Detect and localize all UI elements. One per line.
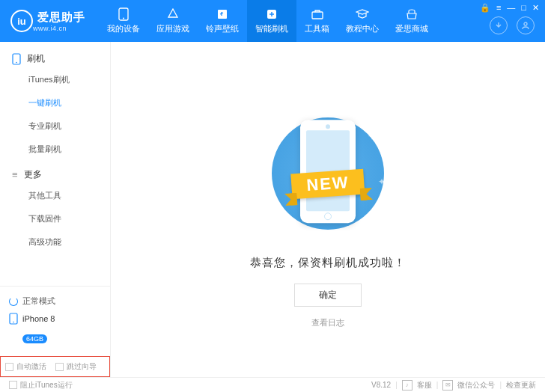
sidebar: 刷机 iTunes刷机 一键刷机 专业刷机 批量刷机 ≡ 更多 其他工具 下载固… <box>0 42 111 377</box>
sidebar-item-other-tools[interactable]: 其他工具 <box>0 184 110 207</box>
wechat-icon: ✉ <box>442 380 453 391</box>
nav-apps[interactable]: 应用游戏 <box>148 0 198 42</box>
device-status: 正常模式 <box>9 293 101 310</box>
footer: 阻止iTunes运行 V8.12 | ♪ 客服 | ✉ 微信公众号 | 检查更新 <box>0 377 545 392</box>
toolbox-icon <box>311 7 324 21</box>
close-icon[interactable]: ✕ <box>532 3 539 13</box>
nav-tutorial[interactable]: 教程中心 <box>338 0 387 42</box>
sidebar-item-oneclick-flash[interactable]: 一键刷机 <box>0 91 110 114</box>
sidebar-item-download-fw[interactable]: 下载固件 <box>0 207 110 230</box>
svg-rect-4 <box>312 12 323 19</box>
nav-flash[interactable]: 智能刷机 <box>247 0 296 42</box>
app-name: 爱思助手 <box>37 10 85 25</box>
logo-area: iu 爱思助手 www.i4.cn <box>0 10 99 32</box>
nav-media[interactable]: 铃声壁纸 <box>198 0 247 42</box>
maximize-icon[interactable]: □ <box>521 3 526 13</box>
device-info: iPhone 8 <box>9 310 101 328</box>
support-icon: ♪ <box>402 380 412 391</box>
sidebar-item-advanced[interactable]: 高级功能 <box>0 230 110 254</box>
music-icon <box>216 7 229 21</box>
phone-icon <box>12 53 21 65</box>
nav-my-device[interactable]: 我的设备 <box>99 0 148 42</box>
app-header: iu 爱思助手 www.i4.cn 我的设备 应用游戏 铃声壁纸 智能刷机 工具… <box>0 0 545 42</box>
auto-activate-checkbox[interactable]: 自动激活 <box>5 361 46 372</box>
device-name: iPhone 8 <box>22 314 55 323</box>
nav-toolbox[interactable]: 工具箱 <box>296 0 338 42</box>
svg-point-9 <box>13 322 14 323</box>
phone-icon <box>117 7 130 21</box>
svg-point-5 <box>524 22 527 25</box>
view-log-link[interactable]: 查看日志 <box>311 317 344 328</box>
success-message: 恭喜您，保资料刷机成功啦！ <box>250 256 406 270</box>
user-button[interactable] <box>517 16 535 34</box>
spinner-icon <box>9 297 18 306</box>
menu-icon[interactable]: ≡ <box>496 3 501 13</box>
stop-itunes-checkbox[interactable]: 阻止iTunes运行 <box>9 380 73 391</box>
sidebar-item-itunes-flash[interactable]: iTunes刷机 <box>0 68 110 91</box>
support-link[interactable]: 客服 <box>417 380 432 391</box>
main-content: ✦✦✦✦ NEW 恭喜您，保资料刷机成功啦！ 确定 查看日志 <box>111 42 545 377</box>
confirm-button[interactable]: 确定 <box>294 284 362 307</box>
update-link[interactable]: 检查更新 <box>506 380 536 391</box>
version-label: V8.12 <box>371 381 391 389</box>
svg-rect-2 <box>218 10 227 19</box>
options-row: 自动激活 跳过向导 <box>0 356 110 377</box>
apps-icon <box>166 7 180 21</box>
sidebar-section-more: ≡ 更多 <box>0 165 110 184</box>
flash-icon <box>265 7 278 21</box>
window-controls: 🔒 ≡ — □ ✕ <box>480 3 539 13</box>
list-icon: ≡ <box>12 169 18 180</box>
svg-point-1 <box>123 18 124 19</box>
main-nav: 我的设备 应用游戏 铃声壁纸 智能刷机 工具箱 教程中心 爱思商城 <box>99 0 436 42</box>
success-illustration: ✦✦✦✦ NEW <box>249 106 407 241</box>
app-url: www.i4.cn <box>33 25 85 32</box>
lock-icon[interactable]: 🔒 <box>480 3 490 13</box>
new-ribbon: NEW <box>290 169 365 200</box>
logo-icon: iu <box>10 10 33 32</box>
sidebar-section-flash: 刷机 <box>0 49 110 68</box>
header-right <box>490 16 535 34</box>
download-button[interactable] <box>490 16 508 34</box>
svg-point-7 <box>16 61 17 63</box>
sidebar-item-pro-flash[interactable]: 专业刷机 <box>0 114 110 138</box>
nav-store[interactable]: 爱思商城 <box>387 0 436 42</box>
sidebar-item-batch-flash[interactable]: 批量刷机 <box>0 138 110 161</box>
wechat-link[interactable]: 微信公众号 <box>457 380 495 391</box>
tutorial-icon <box>356 7 369 21</box>
store-icon <box>405 7 418 21</box>
phone-icon <box>9 313 18 325</box>
device-storage: 64GB <box>9 331 101 344</box>
minimize-icon[interactable]: — <box>507 3 515 13</box>
skip-guide-checkbox[interactable]: 跳过向导 <box>55 361 97 372</box>
